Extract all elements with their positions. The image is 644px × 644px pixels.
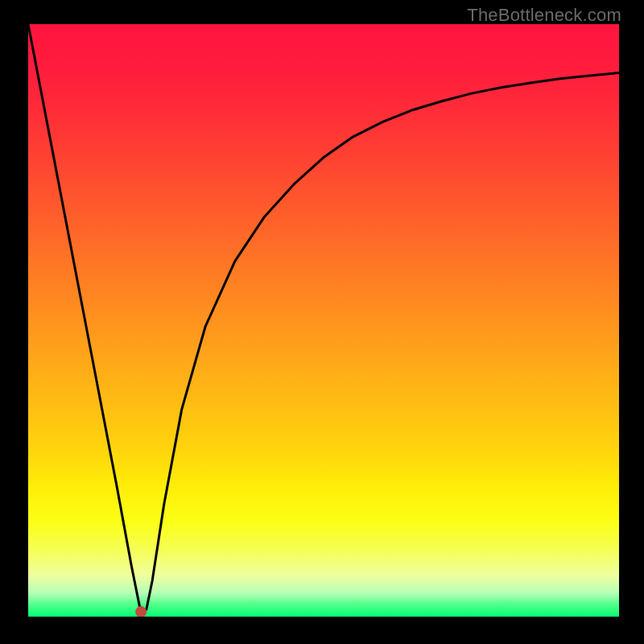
chart-container: TheBottleneck.com bbox=[0, 0, 644, 644]
chart-svg bbox=[28, 24, 619, 617]
watermark-text: TheBottleneck.com bbox=[467, 5, 621, 26]
bottleneck-curve bbox=[28, 24, 619, 611]
minimum-marker bbox=[135, 606, 147, 617]
